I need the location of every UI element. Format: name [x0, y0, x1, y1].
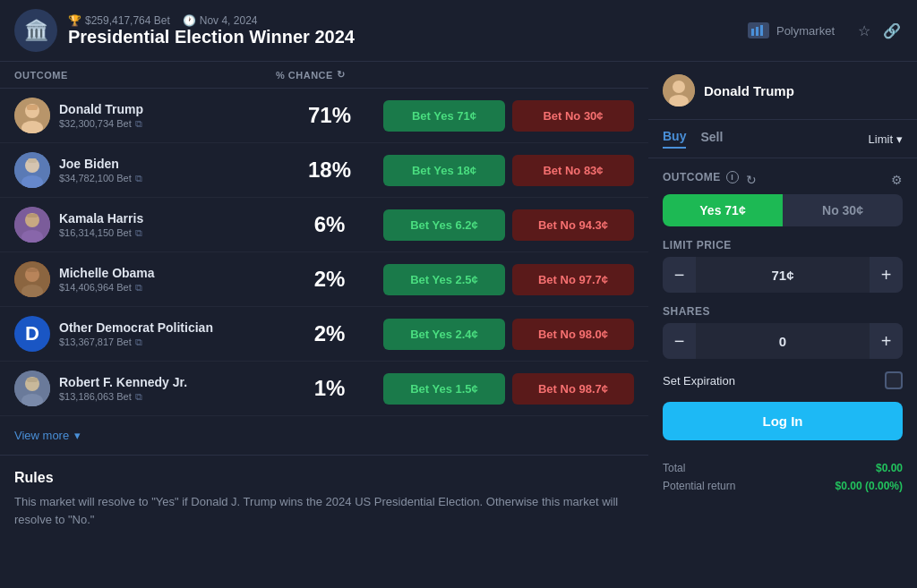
expiration-checkbox[interactable]: [885, 371, 903, 389]
copy-icon[interactable]: ⧉: [135, 173, 142, 184]
rules-title: Rules: [14, 470, 634, 486]
chance-harris: 6%: [276, 212, 383, 237]
buy-sell-tabs: Buy Sell Limit ▾: [648, 120, 917, 158]
outcome-name-trump: Donald Trump: [59, 102, 143, 116]
outcome-section: Outcome i ↻ ⚙ Yes 71¢ No 30¢: [663, 171, 903, 226]
outcome-text-obama: Michelle Obama $14,406,964 Bet ⧉: [59, 266, 155, 294]
bet-no-trump[interactable]: Bet No 30¢: [512, 100, 634, 132]
svg-rect-1: [756, 27, 758, 36]
bet-yes-harris[interactable]: Bet Yes 6.2¢: [383, 209, 505, 241]
shares-label: Shares: [663, 305, 903, 318]
settings-icon[interactable]: ⚙: [891, 173, 903, 187]
left-panel: OUTCOME % CHANCE ↻ Donald Tru: [0, 62, 648, 587]
outcome-name-democrat: Other Democrat Politician: [59, 320, 213, 335]
chance-democrat: 2%: [276, 321, 383, 346]
outcome-bet-democrat: $13,367,817 Bet ⧉: [59, 337, 213, 348]
table-row: Michelle Obama $14,406,964 Bet ⧉ 2% Bet …: [0, 252, 648, 307]
outcome-info-trump: Donald Trump $32,300,734 Bet ⧉: [14, 98, 276, 133]
outcome-form-label: Outcome i: [663, 171, 739, 183]
bet-yes-obama[interactable]: Bet Yes 2.5¢: [383, 264, 505, 295]
date-label: Nov 4, 2024: [200, 14, 258, 27]
outcome-no-button[interactable]: No 30¢: [783, 194, 903, 226]
table-row: D Other Democrat Politician $13,367,817 …: [0, 307, 648, 362]
limit-select[interactable]: Limit ▾: [869, 132, 903, 146]
login-button[interactable]: Log In: [663, 402, 903, 440]
tab-buy[interactable]: Buy: [663, 129, 686, 149]
bet-no-harris[interactable]: Bet No 94.3¢: [512, 209, 634, 241]
rules-section: Rules This market will resolve to "Yes" …: [0, 455, 648, 542]
bet-buttons-trump: Bet Yes 71¢ Bet No 30¢: [383, 100, 634, 132]
bet-yes-biden[interactable]: Bet Yes 18¢: [383, 155, 505, 186]
copy-icon[interactable]: ⧉: [135, 227, 142, 239]
star-button[interactable]: ☆: [856, 21, 872, 41]
clock-icon: 🕐: [183, 14, 196, 27]
outcome-name-harris: Kamala Harris: [59, 211, 143, 226]
copy-icon[interactable]: ⧉: [135, 282, 142, 294]
expiration-label: Set Expiration: [663, 374, 735, 388]
chance-kennedy: 1%: [276, 376, 383, 401]
top-bar-actions: ☆ 🔗: [856, 21, 903, 41]
svg-rect-14: [27, 214, 38, 217]
bet-no-kennedy[interactable]: Bet No 98.7¢: [512, 373, 634, 405]
outcome-yes-button[interactable]: Yes 71¢: [663, 194, 783, 226]
app-logo: 🏛️: [14, 9, 57, 52]
link-button[interactable]: 🔗: [881, 21, 903, 41]
outcome-text-democrat: Other Democrat Politician $13,367,817 Be…: [59, 320, 213, 348]
outcome-bet-biden: $34,782,100 Bet ⧉: [59, 173, 142, 184]
outcome-info-obama: Michelle Obama $14,406,964 Bet ⧉: [14, 261, 276, 297]
col-outcome-header: OUTCOME: [14, 70, 276, 81]
bet-buttons-democrat: Bet Yes 2.4¢ Bet No 98.0¢: [383, 319, 634, 350]
table-row: Robert F. Kennedy Jr. $13,186,063 Bet ⧉ …: [0, 362, 648, 416]
shares-increment[interactable]: +: [870, 323, 903, 359]
expiration-row: Set Expiration: [663, 371, 903, 389]
rules-text: This market will resolve to "Yes" if Don…: [14, 493, 634, 528]
table-row: Joe Biden $34,782,100 Bet ⧉ 18% Bet Yes …: [0, 143, 648, 198]
view-more-label: View more: [14, 429, 69, 442]
total-value: $0.00: [876, 462, 903, 474]
bet-no-democrat[interactable]: Bet No 98.0¢: [512, 319, 634, 350]
outcome-bet-harris: $16,314,150 Bet ⧉: [59, 227, 143, 239]
table-row: Donald Trump $32,300,734 Bet ⧉ 71% Bet Y…: [0, 89, 648, 143]
refresh-icon-right[interactable]: ↻: [746, 173, 757, 187]
refresh-icon[interactable]: ↻: [337, 69, 346, 81]
chevron-down-icon: ▾: [74, 429, 81, 442]
outcome-bet-obama: $14,406,964 Bet ⧉: [59, 282, 155, 294]
page-title: Presidential Election Winner 2024: [68, 27, 737, 47]
limit-price-increment[interactable]: +: [870, 257, 903, 293]
limit-price-section: Limit Price − +: [663, 239, 903, 293]
bet-yes-kennedy[interactable]: Bet Yes 1.5¢: [383, 373, 505, 405]
total-label: Total: [663, 462, 685, 474]
bet-buttons-kennedy: Bet Yes 1.5¢ Bet No 98.7¢: [383, 373, 634, 405]
outcome-text-biden: Joe Biden $34,782,100 Bet ⧉: [59, 157, 142, 184]
info-icon[interactable]: i: [726, 171, 739, 183]
limit-price-decrement[interactable]: −: [663, 257, 696, 293]
tab-sell[interactable]: Sell: [700, 130, 723, 148]
view-more-button[interactable]: View more ▾: [0, 416, 648, 455]
bet-yes-trump[interactable]: Bet Yes 71¢: [383, 100, 505, 132]
outcome-bet-kennedy: $13,186,063 Bet ⧉: [59, 391, 187, 403]
copy-icon[interactable]: ⧉: [135, 337, 142, 348]
avatar-harris: [14, 207, 50, 243]
right-avatar: [663, 74, 695, 107]
top-bar: 🏛️ 🏆 $259,417,764 Bet 🕐 Nov 4, 2024 Pres…: [0, 0, 917, 62]
bet-no-obama[interactable]: Bet No 97.7¢: [512, 264, 634, 295]
copy-icon[interactable]: ⧉: [135, 391, 142, 403]
bet-yes-democrat[interactable]: Bet Yes 2.4¢: [383, 319, 505, 350]
bet-buttons-obama: Bet Yes 2.5¢ Bet No 97.7¢: [383, 264, 634, 295]
outcome-name-obama: Michelle Obama: [59, 266, 155, 280]
outcome-text-kennedy: Robert F. Kennedy Jr. $13,186,063 Bet ⧉: [59, 375, 187, 403]
avatar-trump: [14, 98, 50, 133]
shares-input[interactable]: [696, 325, 870, 358]
bet-no-biden[interactable]: Bet No 83¢: [512, 155, 634, 186]
bet-amount-meta: 🏆 $259,417,764 Bet: [68, 14, 170, 27]
svg-rect-6: [27, 105, 38, 110]
limit-price-input[interactable]: [696, 259, 870, 292]
outcome-toggle: Yes 71¢ No 30¢: [663, 194, 903, 226]
outcome-text-harris: Kamala Harris $16,314,150 Bet ⧉: [59, 211, 143, 239]
copy-icon[interactable]: ⧉: [135, 118, 142, 130]
date-meta: 🕐 Nov 4, 2024: [183, 14, 258, 27]
shares-decrement[interactable]: −: [663, 323, 696, 359]
right-panel: Donald Trump Buy Sell Limit ▾ Outcome i …: [648, 62, 917, 587]
potential-return-row: Potential return $0.00 (0.00%): [663, 480, 903, 492]
bet-amount-label: $259,417,764 Bet: [85, 14, 170, 27]
